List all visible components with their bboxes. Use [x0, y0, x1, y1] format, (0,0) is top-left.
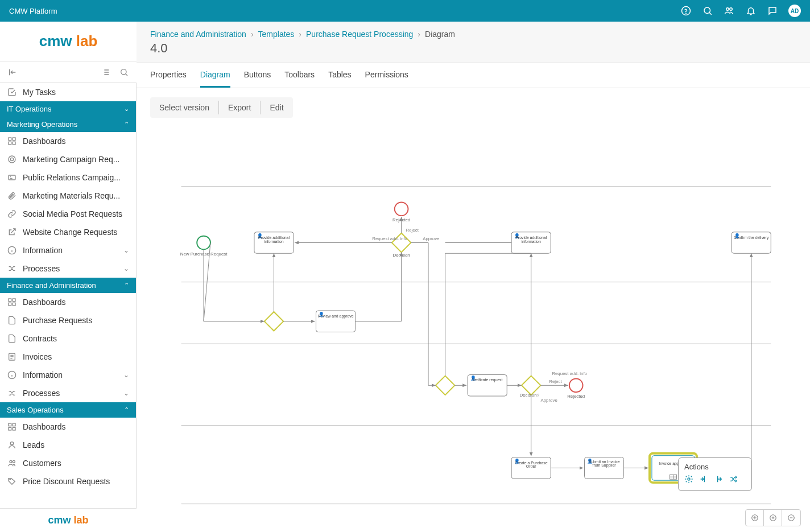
chat-icon[interactable] [767, 5, 778, 17]
chevron-right-icon: › [251, 30, 254, 39]
end-rejected-1[interactable] [395, 202, 408, 216]
sidebar-section-header[interactable]: IT Operations⌄ [0, 101, 136, 117]
sidebar-item[interactable]: Public Relations Campaig... [0, 168, 136, 187]
sidebar-item-label: Processes [23, 264, 118, 273]
zoom-out-icon[interactable] [782, 510, 800, 526]
list-icon[interactable] [99, 65, 113, 79]
info-icon [7, 370, 17, 380]
sidebar-item[interactable]: Price Discount Requests [0, 472, 136, 490]
user-icon [7, 440, 17, 450]
sidebar-item[interactable]: Customers [0, 454, 136, 472]
breadcrumb-item[interactable]: Purchase Request Processing [306, 30, 413, 39]
gateway-lane2[interactable] [265, 312, 284, 331]
svg-rect-15 [13, 299, 15, 302]
svg-rect-16 [9, 303, 11, 306]
tab-diagram[interactable]: Diagram [200, 63, 230, 88]
svg-point-2 [704, 7, 710, 14]
sidebar-section-header[interactable]: Sales Operations⌃ [0, 402, 136, 418]
sidebar-item[interactable]: Contracts [0, 329, 136, 348]
sidebar-item[interactable]: Dashboards [0, 293, 136, 311]
sidebar-item[interactable]: Invoices [0, 348, 136, 366]
sidebar-item-label: Website Change Requests [23, 228, 129, 237]
sidebar-item[interactable]: Processes⌄ [0, 259, 136, 278]
search-icon[interactable] [702, 5, 713, 17]
svg-rect-6 [9, 138, 11, 141]
sidebar-my-tasks[interactable]: My Tasks [0, 83, 136, 101]
gear-icon[interactable] [684, 475, 693, 486]
sidebar-body: My TasksIT Operations⌄Marketing Operatio… [0, 83, 137, 508]
diagram-canvas[interactable]: Select version Export Edit New Purchase … [137, 88, 810, 532]
sidebar-item-label: Price Discount Requests [23, 477, 129, 486]
external-icon [7, 227, 17, 237]
chevron-right-icon: › [299, 30, 301, 39]
sidebar-item[interactable]: Marketing Materials Requ... [0, 187, 136, 205]
sidebar-section-header[interactable]: Finance and Administration⌃ [0, 278, 136, 293]
chevron-down-icon: ⌄ [123, 371, 129, 379]
zoom-in-icon[interactable] [764, 510, 782, 526]
sidebar-item[interactable]: Processes⌄ [0, 384, 136, 402]
sidebar-item-label: Customers [23, 459, 129, 468]
svg-point-3 [726, 8, 729, 11]
sidebar-item[interactable]: Marketing Campaign Req... [0, 150, 136, 168]
sidebar-item[interactable]: Purchase Requests [0, 311, 136, 329]
sidebar-item[interactable]: Information⌄ [0, 241, 136, 259]
sidebar-footer-logo: cmw lab [0, 508, 137, 532]
sidebar-item-label: Dashboards [23, 422, 129, 431]
sidebar-item-label: Information [23, 370, 118, 380]
sidebar-item[interactable]: Social Media Post Requests [0, 205, 136, 223]
sidebar-section-header[interactable]: Marketing Operations⌃ [0, 117, 136, 132]
zoom-controls [745, 509, 801, 526]
logo: cmw lab [0, 22, 137, 61]
svg-text:Request add. info: Request add. info [372, 236, 407, 241]
sidebar-item[interactable]: Information⌄ [0, 366, 136, 384]
bell-icon[interactable] [745, 5, 757, 17]
tab-permissions[interactable]: Permissions [365, 63, 408, 88]
tab-buttons[interactable]: Buttons [244, 63, 271, 88]
end-rejected-2[interactable] [569, 378, 583, 392]
actions-panel: Actions [678, 457, 752, 491]
sidebar-toolbar [0, 61, 137, 83]
breadcrumb-item[interactable]: Templates [258, 30, 295, 39]
help-icon[interactable] [680, 5, 692, 17]
link-icon [7, 209, 17, 219]
svg-rect-14 [9, 299, 11, 302]
sidebar-item[interactable]: Website Change Requests [0, 223, 136, 241]
start-event[interactable] [197, 236, 210, 250]
gateway-decision2[interactable] [522, 376, 541, 395]
doc-icon [7, 315, 17, 325]
gateway-lane3a[interactable] [436, 376, 455, 395]
arrow-in-icon[interactable] [699, 475, 708, 486]
svg-point-24 [10, 442, 13, 445]
sidebar-item-label: Dashboards [23, 298, 129, 307]
doc-icon [7, 333, 17, 344]
svg-rect-17 [13, 303, 15, 306]
shuffle-icon[interactable] [729, 475, 738, 486]
svg-text:Rejected: Rejected [567, 394, 585, 399]
arrow-out-icon[interactable] [714, 475, 723, 486]
sidebar-item[interactable]: Leads [0, 436, 136, 454]
avatar[interactable]: AD [788, 5, 801, 17]
info-icon [7, 245, 17, 255]
svg-point-5 [121, 69, 126, 74]
svg-rect-8 [9, 142, 11, 145]
people-icon[interactable] [724, 5, 735, 17]
chevron-down-icon: ⌄ [123, 265, 129, 273]
breadcrumb-item[interactable]: Finance and Administration [150, 30, 246, 39]
zoom-fit-icon[interactable] [746, 510, 764, 526]
sidebar-item[interactable]: Dashboards [0, 418, 136, 436]
actions-title: Actions [684, 463, 746, 471]
collapse-icon[interactable] [6, 65, 19, 79]
tab-toolbars[interactable]: Toolbars [284, 63, 315, 88]
tab-tables[interactable]: Tables [328, 63, 351, 88]
svg-point-27 [10, 479, 10, 480]
tab-properties[interactable]: Properties [150, 63, 187, 88]
search-sidebar-icon[interactable] [117, 65, 131, 79]
breadcrumb: Finance and Administration›Templates›Pur… [150, 30, 796, 39]
svg-text:Request add. info: Request add. info [552, 371, 587, 376]
svg-rect-22 [9, 427, 11, 430]
sidebar-item[interactable]: Dashboards [0, 132, 136, 150]
svg-rect-23 [13, 427, 15, 430]
tag-icon [7, 476, 17, 486]
svg-point-54 [688, 478, 690, 480]
sidebar-item-label: Processes [23, 389, 118, 398]
